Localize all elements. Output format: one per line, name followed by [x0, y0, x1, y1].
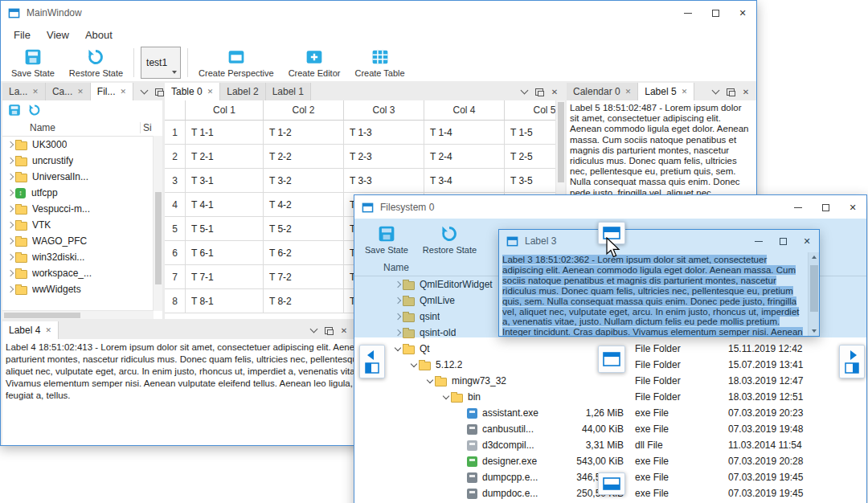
chevron-right-icon[interactable]	[6, 252, 15, 262]
tree-row[interactable]: d3dcompil...3,31 MiBdll File11.03.2014 1…	[354, 437, 866, 453]
tree-row[interactable]: UK3000	[2, 137, 162, 153]
save-state-button[interactable]: Save State	[4, 47, 62, 80]
tree-row[interactable]: mingw73_32File Folder18.03.2019 12:47	[354, 373, 866, 389]
table-cell[interactable]: T 2-3	[344, 145, 424, 169]
scroll-down-button[interactable]	[809, 326, 819, 336]
tree-row[interactable]: designer.exe543,00 KiBexe File07.03.2019…	[354, 453, 866, 469]
tree-row[interactable]: binFile Folder18.03.2019 12:51	[354, 389, 866, 405]
table-cell[interactable]: T 3-4	[424, 169, 505, 193]
name-column-header[interactable]: Name	[383, 262, 409, 273]
tree-row[interactable]: WAGO_PFC	[2, 233, 162, 249]
tree-row[interactable]: canbusutil...44,00 KiBexe File07.03.2019…	[354, 421, 866, 437]
main-window-titlebar[interactable]: MainWindow ✕	[1, 1, 756, 25]
scrollbar-thumb[interactable]	[155, 192, 162, 284]
row-header[interactable]: 4	[165, 193, 186, 217]
label3-titlebar[interactable]: Label 3 ✕	[499, 230, 819, 252]
chevron-right-icon[interactable]	[6, 284, 15, 294]
column-header[interactable]: Col 3	[344, 100, 424, 121]
maximize-button[interactable]	[702, 1, 729, 25]
table-cell[interactable]: T 8-1	[186, 289, 264, 313]
close-button[interactable]: ✕	[839, 195, 866, 219]
drop-indicator-bottom[interactable]	[598, 472, 625, 495]
restore-state-icon[interactable]	[28, 104, 41, 117]
chevron-down-icon[interactable]	[393, 344, 403, 354]
close-button[interactable]: ✕	[729, 1, 756, 25]
tree-row[interactable]: workspace_...	[2, 265, 162, 281]
scrollbar-thumb[interactable]	[810, 265, 818, 312]
chevron-right-icon[interactable]	[393, 296, 403, 305]
table-cell[interactable]: T 5-1	[186, 217, 264, 241]
tree-row[interactable]: uncrustify	[2, 153, 162, 169]
save-state-icon[interactable]	[8, 104, 21, 117]
maximize-button[interactable]	[771, 230, 795, 252]
tabs-menu-button[interactable]	[307, 324, 320, 337]
name-column-header[interactable]: Name	[2, 122, 140, 133]
tab-close-icon[interactable]: ✕	[120, 88, 126, 96]
tab-label1[interactable]: Label 1	[266, 83, 311, 100]
tab-table0[interactable]: Table 0✕	[165, 83, 220, 100]
tab-close-icon[interactable]: ✕	[682, 88, 688, 96]
chevron-right-icon[interactable]	[393, 312, 403, 321]
column-header[interactable]: Col 1	[186, 100, 264, 121]
save-state-button[interactable]: Save State	[358, 223, 416, 256]
row-header[interactable]: 3	[165, 169, 186, 193]
chevron-right-icon[interactable]	[6, 204, 15, 214]
perspective-combobox[interactable]: test1	[141, 47, 181, 79]
tab-label2[interactable]: Label 2	[220, 83, 265, 100]
tab-close-icon[interactable]: ✕	[45, 326, 51, 334]
table-cell[interactable]: T 1-2	[264, 121, 344, 145]
row-header[interactable]: 7	[165, 265, 186, 289]
chevron-down-icon[interactable]	[425, 376, 435, 386]
drop-indicator-left[interactable]	[359, 345, 385, 378]
tab-calendar[interactable]: Ca...✕	[46, 83, 91, 100]
scrollbar-thumb[interactable]	[558, 102, 564, 182]
table-cell[interactable]: T 2-2	[264, 145, 344, 169]
table-cell[interactable]: T 6-2	[264, 241, 344, 265]
restore-state-button[interactable]: Restore State	[62, 47, 130, 80]
undock-button[interactable]	[322, 324, 335, 337]
close-button[interactable]: ✕	[795, 230, 819, 252]
panel-close-button[interactable]: ✕	[338, 324, 350, 337]
row-header[interactable]: 6	[165, 241, 186, 265]
chevron-right-icon[interactable]	[6, 156, 15, 166]
drop-indicator-right[interactable]	[839, 345, 865, 378]
maximize-button[interactable]	[812, 195, 839, 219]
minimize-button[interactable]	[747, 230, 771, 252]
row-header[interactable]: 8	[165, 289, 186, 313]
chevron-right-icon[interactable]	[393, 280, 403, 289]
row-header[interactable]: 2	[165, 145, 186, 169]
chevron-right-icon[interactable]	[6, 268, 15, 278]
table-cell[interactable]: T 4-2	[264, 193, 344, 217]
tab-close-icon[interactable]: ✕	[32, 88, 39, 96]
table-cell[interactable]: T 5-2	[264, 217, 344, 241]
tabs-menu-button[interactable]	[709, 85, 722, 98]
tree-row[interactable]: Vespucci-m...	[2, 201, 162, 217]
horizontal-scrollbar[interactable]	[2, 310, 154, 319]
tabs-menu-button[interactable]	[137, 85, 150, 98]
undock-button[interactable]	[724, 85, 737, 98]
chevron-right-icon[interactable]	[6, 188, 15, 198]
tree-row[interactable]: ↕utfcpp	[2, 185, 162, 201]
tab-close-icon[interactable]: ✕	[625, 88, 632, 96]
create-perspective-button[interactable]: Create Perspective	[191, 47, 281, 80]
menu-file[interactable]: File	[6, 27, 39, 43]
vertical-scrollbar[interactable]	[153, 136, 162, 311]
chevron-down-icon[interactable]	[409, 360, 419, 370]
column-header[interactable]: Col 4	[424, 100, 505, 121]
tab-close-icon[interactable]: ✕	[77, 88, 84, 96]
table-cell[interactable]: T 1-4	[424, 121, 505, 145]
panel-close-button[interactable]: ✕	[739, 85, 752, 98]
table-cell[interactable]: T 3-2	[264, 169, 344, 193]
table-cell[interactable]: T 2-1	[186, 145, 264, 169]
tab-label0[interactable]: La...✕	[2, 83, 46, 100]
menu-view[interactable]: View	[39, 27, 77, 43]
table-cell[interactable]: T 1-3	[344, 121, 424, 145]
scrollbar-thumb[interactable]	[4, 313, 80, 318]
tab-close-icon[interactable]: ✕	[207, 88, 214, 96]
tree-row[interactable]: assistant.exe1,26 MiBexe File07.03.2019 …	[354, 405, 866, 421]
chevron-right-icon[interactable]	[6, 236, 15, 246]
create-table-button[interactable]: Create Table	[347, 47, 411, 80]
scroll-up-button[interactable]	[809, 252, 819, 262]
table-cell[interactable]: T 3-3	[344, 169, 424, 193]
minimize-button[interactable]	[784, 195, 812, 219]
